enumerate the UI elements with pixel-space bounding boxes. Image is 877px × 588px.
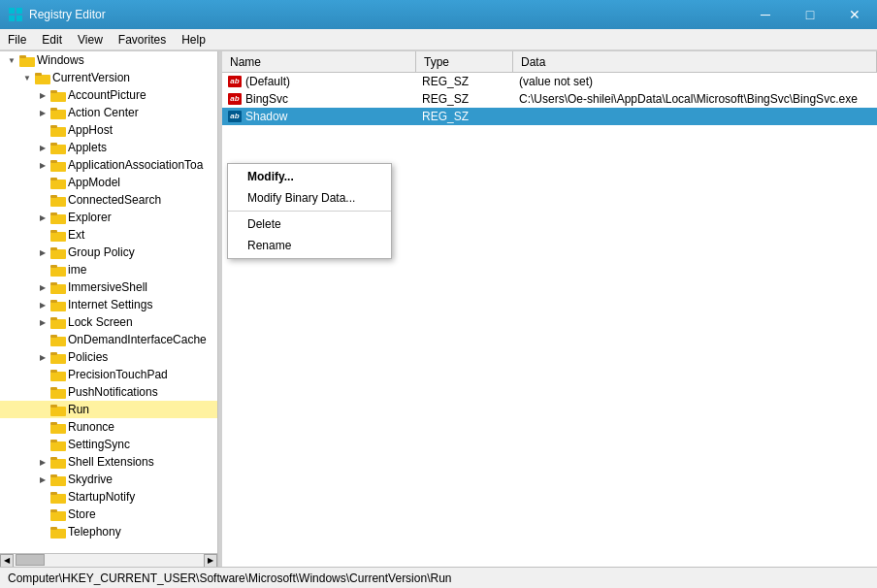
- tree-item-appmodel[interactable]: ▶ AppModel: [0, 174, 217, 191]
- tree-item-apphost[interactable]: ▶ AppHost: [0, 121, 217, 139]
- folder-icon-ro: [50, 420, 66, 434]
- tree-item-store[interactable]: ▶ Store: [0, 506, 217, 523]
- maximize-button[interactable]: □: [788, 0, 832, 29]
- tree-item-connectedsearch[interactable]: ▶ ConnectedSearch: [0, 191, 217, 209]
- tree-item-explorer[interactable]: ▶ Explorer: [0, 209, 217, 226]
- tree-item-lockscreen[interactable]: ▶ Lock Screen: [0, 313, 217, 331]
- toggle-gp[interactable]: ▶: [35, 245, 50, 260]
- ctx-item-modify[interactable]: Modify...: [228, 166, 391, 187]
- folder-icon-sn: [50, 490, 66, 504]
- svg-rect-18: [50, 180, 66, 189]
- ctx-item-delete[interactable]: Delete: [228, 213, 391, 235]
- svg-rect-46: [50, 424, 66, 434]
- tree-item-startupnotify[interactable]: ▶ StartupNotify: [0, 488, 217, 506]
- ctx-item-rename[interactable]: Rename: [228, 235, 391, 256]
- toggle-ls[interactable]: ▶: [35, 314, 50, 330]
- tree-item-skydrive[interactable]: ▶ Skydrive: [0, 471, 217, 488]
- svg-rect-13: [50, 125, 57, 128]
- tree-item-currentversion[interactable]: ▼ CurrentVersion: [0, 69, 217, 86]
- menu-view[interactable]: View: [70, 31, 111, 49]
- tree-item-ext[interactable]: ▶ Ext: [0, 226, 217, 244]
- svg-rect-8: [50, 92, 66, 102]
- svg-rect-1: [16, 8, 22, 14]
- data-row-shadow[interactable]: ab Shadow REG_SZ: [222, 108, 877, 125]
- toggle-cv[interactable]: ▼: [19, 70, 35, 85]
- tree-item-telephony[interactable]: ▶ Telephony: [0, 523, 217, 540]
- svg-rect-49: [50, 440, 57, 442]
- tree-item-accountpicture[interactable]: ▶ AccountPicture: [0, 86, 217, 104]
- toggle-se[interactable]: ▶: [35, 454, 50, 470]
- tree-item-actioncenter[interactable]: ▶ Action Center: [0, 104, 217, 121]
- folder-icon-pn: [50, 385, 66, 399]
- menu-file[interactable]: File: [0, 31, 34, 49]
- svg-rect-52: [50, 476, 66, 486]
- tree-hscrollbar[interactable]: ◀ ▶: [0, 553, 217, 567]
- tree-item-run[interactable]: ▶ Run: [0, 401, 217, 418]
- col-header-type: Type: [416, 51, 513, 72]
- toggle-explorer[interactable]: ▶: [35, 210, 50, 225]
- cell-name-bingsvc: ab BingSvc: [222, 92, 416, 106]
- svg-rect-3: [16, 16, 22, 21]
- title-bar-controls: ─ □ ✕: [743, 0, 877, 29]
- tree-item-ondemand[interactable]: ▶ OnDemandInterfaceCache: [0, 331, 217, 348]
- toggle-applets[interactable]: ▶: [35, 140, 50, 155]
- toggle-ap[interactable]: ▶: [35, 87, 50, 103]
- tree-label-appmodel: AppModel: [68, 176, 120, 189]
- svg-rect-47: [50, 422, 57, 425]
- tree-item-precisiontouchpad[interactable]: ▶ PrecisionTouchPad: [0, 366, 217, 383]
- folder-icon-applets: [50, 141, 66, 154]
- tree-item-ime[interactable]: ▶ ime: [0, 261, 217, 278]
- cell-value-bingsvc: C:\Users\Oe-shilei\AppData\Local\Microso…: [513, 92, 877, 106]
- minimize-button[interactable]: ─: [743, 0, 788, 29]
- tree-item-internetsettings[interactable]: ▶ Internet Settings: [0, 296, 217, 313]
- toggle-ac[interactable]: ▶: [35, 105, 50, 120]
- tree-label-gp: Group Policy: [68, 245, 135, 259]
- svg-rect-58: [50, 529, 66, 539]
- data-row-default[interactable]: ab (Default) REG_SZ (value not set): [222, 73, 877, 90]
- tree-item-immersiveshell[interactable]: ▶ ImmersiveShell: [0, 278, 217, 296]
- tree-item-windows[interactable]: ▼ Windows: [0, 51, 217, 69]
- tree-item-policies[interactable]: ▶ Policies: [0, 348, 217, 366]
- app-icon: [8, 7, 23, 22]
- data-row-bingsvc[interactable]: ab BingSvc REG_SZ C:\Users\Oe-shilei\App…: [222, 90, 877, 108]
- folder-icon-ime: [50, 263, 66, 277]
- toggle-insettings[interactable]: ▶: [35, 297, 50, 312]
- svg-rect-25: [50, 230, 57, 233]
- hscroll-right-btn[interactable]: ▶: [204, 554, 217, 568]
- tree-label-se: Shell Extensions: [68, 455, 154, 469]
- toggle-appasso[interactable]: ▶: [35, 157, 50, 173]
- folder-icon-cv: [35, 71, 50, 84]
- folder-icon-sky: [50, 473, 66, 486]
- tree-item-settingsync[interactable]: ▶ SettingSync: [0, 436, 217, 453]
- tree-label-sn: StartupNotify: [68, 490, 135, 504]
- tree-item-applets[interactable]: ▶ Applets: [0, 139, 217, 156]
- svg-rect-56: [50, 511, 66, 521]
- svg-rect-32: [50, 302, 66, 311]
- svg-rect-26: [50, 249, 66, 259]
- menu-favorites[interactable]: Favorites: [111, 31, 174, 49]
- tree-item-appasso[interactable]: ▶ ApplicationAssociationToa: [0, 156, 217, 174]
- tree-item-pushnotifications[interactable]: ▶ PushNotifications: [0, 383, 217, 401]
- toggle-is[interactable]: ▶: [35, 279, 50, 295]
- hscroll-left-btn[interactable]: ◀: [0, 554, 14, 568]
- right-panel: Name Type Data ab (Default) REG_SZ: [222, 51, 877, 567]
- toggle-sky[interactable]: ▶: [35, 472, 50, 487]
- toggle-windows[interactable]: ▼: [4, 52, 19, 68]
- tree-label-ac: Action Center: [68, 106, 139, 119]
- tree-item-grouppolicy[interactable]: ▶ Group Policy: [0, 244, 217, 261]
- toggle-pol[interactable]: ▶: [35, 349, 50, 365]
- tree-content[interactable]: ▼ Windows ▼ C: [0, 51, 217, 553]
- svg-rect-31: [50, 282, 57, 285]
- close-button[interactable]: ✕: [832, 0, 877, 29]
- svg-rect-17: [50, 160, 57, 163]
- menu-help[interactable]: Help: [174, 31, 213, 49]
- tree-item-runonce[interactable]: ▶ Runonce: [0, 418, 217, 436]
- menu-edit[interactable]: Edit: [34, 31, 70, 49]
- svg-rect-9: [50, 90, 57, 93]
- data-rows: ab (Default) REG_SZ (value not set) ab B…: [222, 73, 877, 567]
- svg-rect-34: [50, 319, 66, 329]
- ctx-item-modify-binary[interactable]: Modify Binary Data...: [228, 187, 391, 209]
- hscroll-thumb[interactable]: [16, 554, 45, 566]
- folder-icon-ah: [50, 123, 66, 137]
- tree-item-shellextensions[interactable]: ▶ Shell Extensions: [0, 453, 217, 471]
